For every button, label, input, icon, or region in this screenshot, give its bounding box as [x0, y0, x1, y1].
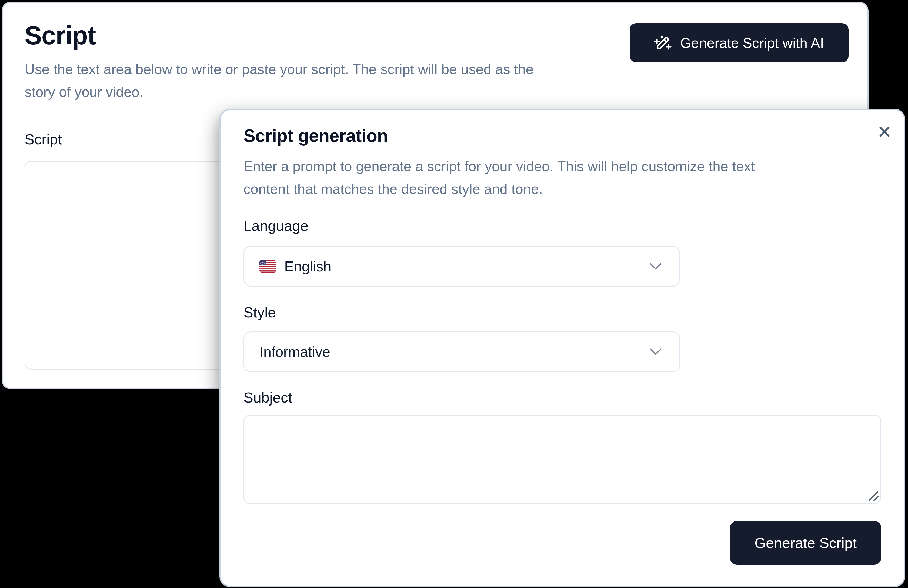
- page-background: Script Use the text area below to write …: [0, 0, 908, 588]
- style-label: Style: [243, 304, 276, 321]
- page-description-line-2: story of your video.: [24, 81, 533, 103]
- language-label: Language: [243, 217, 308, 234]
- us-flag-icon: [259, 260, 276, 272]
- page-title: Script: [24, 22, 96, 49]
- generate-script-button[interactable]: Generate Script: [730, 521, 881, 565]
- script-generation-modal: Script generation Enter a prompt to gene…: [219, 109, 905, 587]
- generate-script-with-ai-label: Generate Script with AI: [680, 35, 824, 51]
- generate-script-label: Generate Script: [755, 535, 856, 551]
- resize-handle-icon[interactable]: [867, 489, 879, 501]
- close-icon: [878, 125, 891, 138]
- script-field-label: Script: [24, 131, 62, 147]
- wand-sparkles-icon: [654, 34, 671, 52]
- page-description-line-1: Use the text area below to write or past…: [24, 58, 533, 81]
- style-selected-value: Informative: [259, 344, 330, 360]
- chevron-down-icon: [649, 263, 662, 270]
- subject-textarea[interactable]: [243, 415, 881, 504]
- page-description: Use the text area below to write or past…: [24, 58, 533, 103]
- modal-description: Enter a prompt to generate a script for …: [243, 155, 755, 200]
- language-selected-value: English: [284, 258, 331, 275]
- modal-description-line-1: Enter a prompt to generate a script for …: [243, 155, 755, 177]
- subject-label: Subject: [243, 389, 292, 406]
- language-select[interactable]: English: [243, 246, 680, 287]
- style-select[interactable]: Informative: [243, 332, 680, 372]
- modal-title: Script generation: [243, 126, 388, 146]
- modal-description-line-2: content that matches the desired style a…: [243, 177, 755, 200]
- modal-close-button[interactable]: [876, 123, 893, 140]
- generate-script-with-ai-button[interactable]: Generate Script with AI: [629, 23, 848, 63]
- chevron-down-icon: [649, 348, 662, 356]
